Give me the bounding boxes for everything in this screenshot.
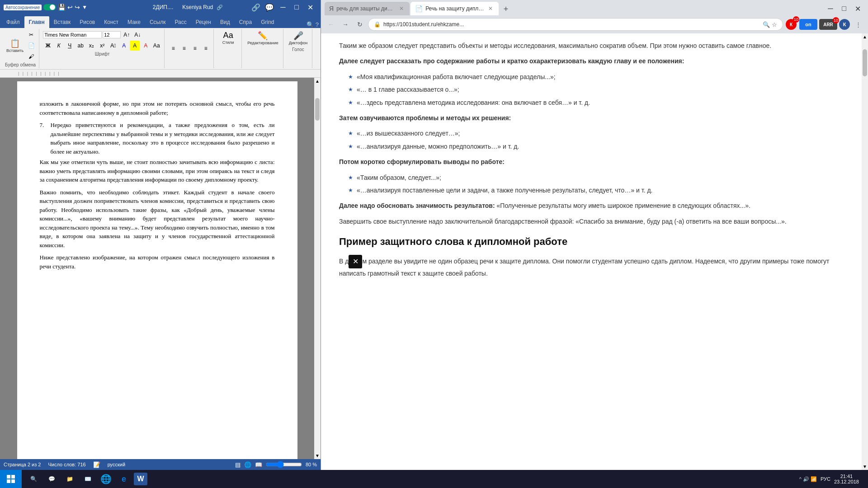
tray-icons: ^ 🔊 📶: [799, 476, 817, 482]
zoom-slider[interactable]: [266, 461, 302, 468]
tray-lang[interactable]: РУС: [821, 476, 830, 482]
view-web-icon[interactable]: 🌐: [244, 461, 251, 468]
font-grow-button[interactable]: A↑: [122, 30, 132, 40]
tab-home[interactable]: Главн: [24, 16, 49, 28]
tab-draw[interactable]: Рисов: [75, 16, 99, 28]
more-icon[interactable]: ▼: [82, 4, 87, 10]
view-normal-icon[interactable]: ▤: [235, 461, 241, 468]
star-icon[interactable]: ☆: [772, 21, 777, 28]
taskbar-mail[interactable]: ✉️: [80, 471, 96, 487]
align-center-button[interactable]: ≡: [179, 43, 189, 53]
browser-scroll-thumb[interactable]: [863, 49, 867, 76]
maximize-button[interactable]: □: [290, 0, 303, 14]
help-icon[interactable]: ?: [316, 21, 319, 28]
font-name-input[interactable]: [43, 31, 102, 38]
browser-scroll-up[interactable]: ▲: [862, 33, 868, 40]
dictation-button[interactable]: 🎤 Диктофон: [287, 30, 310, 46]
format-painter-button[interactable]: 🖌: [26, 52, 36, 61]
bold-button[interactable]: Ж: [43, 41, 53, 51]
comments-button[interactable]: 💬: [263, 0, 276, 14]
subscript-button[interactable]: x₂: [86, 41, 96, 51]
browser-avatar[interactable]: К: [839, 19, 850, 30]
share-button[interactable]: 🔗: [249, 0, 263, 14]
taskbar-explorer[interactable]: 📁: [61, 471, 78, 487]
font-shrink-button[interactable]: A↓: [132, 30, 142, 40]
undo-icon[interactable]: ↩: [67, 4, 73, 11]
editing-button[interactable]: ✏️ Редактирование: [245, 30, 280, 46]
tab-grind[interactable]: Grind: [256, 16, 278, 28]
close-button[interactable]: ✕: [303, 0, 317, 14]
tab1-close[interactable]: ✕: [398, 5, 405, 12]
spell-check-icon[interactable]: 📝: [93, 461, 100, 468]
font-color2-button[interactable]: A: [141, 41, 151, 51]
tab-help[interactable]: Спра: [235, 16, 257, 28]
ext-on-label[interactable]: on: [805, 22, 811, 27]
search-ribbon-icon[interactable]: 🔍: [307, 21, 314, 28]
change-case-button[interactable]: Аа: [151, 41, 161, 51]
underline-button[interactable]: Ч: [65, 41, 75, 51]
minimize-button[interactable]: ─: [276, 0, 290, 14]
tab-review[interactable]: Рецен: [191, 16, 216, 28]
taskbar-edge[interactable]: e: [116, 471, 132, 487]
tab-layout[interactable]: Маке: [123, 16, 145, 28]
article-footer: В д✕м разделе вы увидите не один образец…: [339, 255, 844, 278]
tab2-close[interactable]: ✕: [487, 5, 494, 12]
redo-icon[interactable]: ↪: [75, 4, 80, 11]
tab-insert[interactable]: Вставк: [49, 16, 75, 28]
scroll-thumb[interactable]: [315, 98, 320, 121]
cut-button[interactable]: ✂: [26, 30, 36, 40]
address-input[interactable]: [383, 21, 763, 28]
browser-tab-1[interactable]: Я речь для защиты диплом... ✕: [325, 2, 410, 15]
strikethrough-button[interactable]: ab: [75, 41, 85, 51]
taskbar-chrome[interactable]: 🌐: [98, 471, 114, 487]
word-doc-title: 2ДИП.... Kseniya Rud 🔗: [127, 4, 250, 10]
taskbar-chat[interactable]: 💬: [43, 471, 60, 487]
browser-close[interactable]: ✕: [851, 2, 864, 15]
tab1-favicon: Я: [329, 5, 334, 12]
tab-file[interactable]: Файл: [2, 16, 24, 28]
close-overlay-button[interactable]: ✕: [349, 255, 362, 268]
tab-mailings[interactable]: Расс: [170, 16, 191, 28]
browser-scroll-down[interactable]: ▼: [862, 463, 868, 470]
browser-minimize[interactable]: ─: [824, 2, 837, 15]
browser-maximize[interactable]: □: [837, 2, 851, 15]
ext-on-wrap: on: [799, 19, 817, 30]
tab-references[interactable]: Ссылк: [145, 16, 170, 28]
scroll-down-arrow[interactable]: ▼: [314, 452, 321, 459]
taskbar-word[interactable]: W: [134, 473, 147, 485]
scroll-up-arrow[interactable]: ▲: [314, 78, 321, 84]
taskbar-search[interactable]: 🔍: [25, 471, 42, 487]
clear-format-button[interactable]: A⃝: [108, 41, 118, 51]
back-button[interactable]: ←: [325, 18, 337, 31]
forward-button[interactable]: →: [339, 18, 352, 31]
tab-design[interactable]: Конст: [99, 16, 123, 28]
font-size-input[interactable]: [103, 31, 121, 38]
start-button[interactable]: [0, 470, 22, 488]
browser-menu-button[interactable]: ⋮: [852, 18, 864, 31]
search-addr-icon[interactable]: 🔍: [763, 21, 770, 28]
tab-view[interactable]: Вид: [216, 16, 235, 28]
view-read-icon[interactable]: 📖: [255, 461, 262, 468]
word-para-2: Как мы уже отметили чуть выше, не стоит …: [40, 158, 275, 184]
browser-scrollbar[interactable]: ▲ ▼: [862, 33, 868, 470]
styles-button[interactable]: Аа Стили: [219, 30, 237, 46]
font-color-button[interactable]: A: [119, 41, 129, 51]
autosave-toggle[interactable]: [43, 4, 56, 10]
word-scrollbar[interactable]: ▲ ▼: [314, 78, 321, 459]
paste-button[interactable]: 📋 Вставить: [5, 38, 25, 54]
save-icon[interactable]: 💾: [58, 4, 66, 11]
align-right-button[interactable]: ≡: [190, 43, 200, 53]
align-justify-button[interactable]: ≡: [201, 43, 211, 53]
ext-arr-label[interactable]: ARR: [823, 22, 833, 27]
italic-button[interactable]: К: [54, 41, 64, 51]
browser-tab-2[interactable]: 📄 Речь на защиту диплома ✕: [410, 2, 499, 15]
word-list-item-7: 7. Нередко приветствуются и рекомендации…: [40, 121, 275, 156]
taskbar-time[interactable]: 21:41 23.12.2018: [834, 474, 859, 484]
align-left-button[interactable]: ≡: [168, 43, 178, 53]
superscript-button[interactable]: x²: [97, 41, 107, 51]
new-tab-button[interactable]: +: [500, 3, 512, 15]
highlight-button[interactable]: A: [130, 41, 140, 51]
reload-button[interactable]: ↻: [354, 18, 366, 31]
copy-button[interactable]: 📄: [26, 41, 36, 51]
status-lang: русский: [108, 462, 125, 467]
